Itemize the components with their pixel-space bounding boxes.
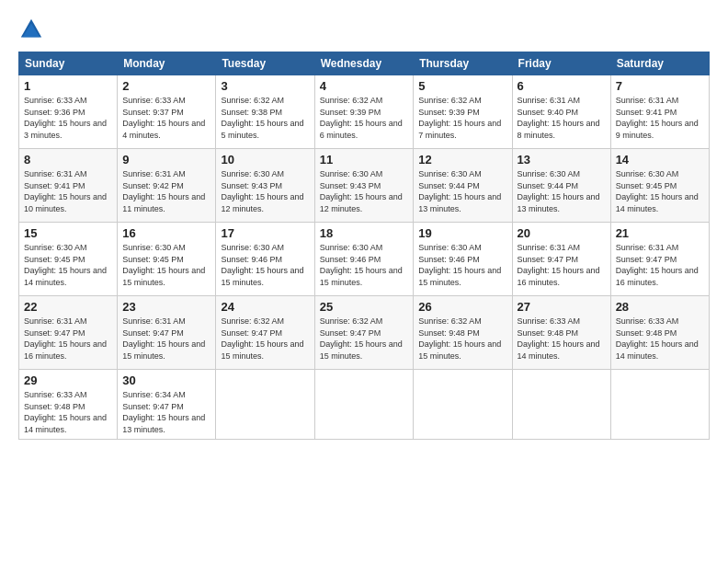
cell-info: Sunrise: 6:31 AM Sunset: 9:47 PM Dayligh… — [518, 242, 606, 288]
day-number: 17 — [221, 226, 309, 240]
calendar-cell: 25 Sunrise: 6:32 AM Sunset: 9:47 PM Dayl… — [314, 296, 414, 370]
day-number: 8 — [24, 153, 112, 167]
calendar-cell: 11 Sunrise: 6:30 AM Sunset: 9:43 PM Dayl… — [314, 149, 414, 223]
page-header — [18, 17, 710, 42]
cell-info: Sunrise: 6:32 AM Sunset: 9:47 PM Dayligh… — [221, 316, 309, 362]
calendar-cell: 8 Sunrise: 6:31 AM Sunset: 9:41 PM Dayli… — [19, 149, 118, 223]
cell-info: Sunrise: 6:32 AM Sunset: 9:39 PM Dayligh… — [320, 95, 409, 141]
day-number: 7 — [616, 79, 704, 93]
calendar-cell: 2 Sunrise: 6:33 AM Sunset: 9:37 PM Dayli… — [118, 75, 216, 149]
cell-info: Sunrise: 6:34 AM Sunset: 9:47 PM Dayligh… — [122, 389, 210, 435]
weekday-header-row: SundayMondayTuesdayWednesdayThursdayFrid… — [19, 52, 710, 75]
day-number: 22 — [24, 300, 112, 314]
weekday-header-saturday: Saturday — [610, 52, 709, 75]
cell-info: Sunrise: 6:31 AM Sunset: 9:42 PM Dayligh… — [122, 168, 210, 214]
calendar-cell: 29 Sunrise: 6:33 AM Sunset: 9:48 PM Dayl… — [19, 370, 118, 440]
logo — [18, 17, 50, 42]
calendar-cell: 10 Sunrise: 6:30 AM Sunset: 9:43 PM Dayl… — [216, 149, 314, 223]
day-number: 12 — [418, 153, 506, 167]
cell-info: Sunrise: 6:30 AM Sunset: 9:46 PM Dayligh… — [221, 242, 309, 288]
calendar-cell: 5 Sunrise: 6:32 AM Sunset: 9:39 PM Dayli… — [414, 75, 512, 149]
cell-info: Sunrise: 6:32 AM Sunset: 9:48 PM Dayligh… — [418, 316, 506, 362]
cell-info: Sunrise: 6:31 AM Sunset: 9:41 PM Dayligh… — [616, 95, 704, 141]
calendar-cell: 1 Sunrise: 6:33 AM Sunset: 9:36 PM Dayli… — [19, 75, 118, 149]
calendar-cell: 17 Sunrise: 6:30 AM Sunset: 9:46 PM Dayl… — [216, 223, 314, 296]
calendar-week-row: 22 Sunrise: 6:31 AM Sunset: 9:47 PM Dayl… — [19, 296, 710, 370]
calendar-cell: 22 Sunrise: 6:31 AM Sunset: 9:47 PM Dayl… — [19, 296, 118, 370]
cell-info: Sunrise: 6:30 AM Sunset: 9:43 PM Dayligh… — [221, 168, 309, 214]
day-number: 5 — [418, 79, 506, 93]
day-number: 24 — [221, 300, 309, 314]
day-number: 14 — [616, 153, 704, 167]
calendar-cell — [512, 370, 610, 440]
calendar-cell: 12 Sunrise: 6:30 AM Sunset: 9:44 PM Dayl… — [414, 149, 512, 223]
cell-info: Sunrise: 6:33 AM Sunset: 9:48 PM Dayligh… — [616, 316, 704, 362]
day-number: 2 — [122, 79, 210, 93]
calendar-cell: 28 Sunrise: 6:33 AM Sunset: 9:48 PM Dayl… — [610, 296, 709, 370]
day-number: 6 — [518, 79, 606, 93]
weekday-header-friday: Friday — [512, 52, 610, 75]
day-number: 21 — [616, 226, 704, 240]
cell-info: Sunrise: 6:31 AM Sunset: 9:47 PM Dayligh… — [616, 242, 704, 288]
cell-info: Sunrise: 6:30 AM Sunset: 9:44 PM Dayligh… — [518, 168, 606, 214]
day-number: 29 — [24, 373, 112, 387]
calendar-week-row: 29 Sunrise: 6:33 AM Sunset: 9:48 PM Dayl… — [19, 370, 710, 440]
day-number: 1 — [24, 79, 112, 93]
cell-info: Sunrise: 6:31 AM Sunset: 9:41 PM Dayligh… — [24, 168, 112, 214]
weekday-header-monday: Monday — [118, 52, 216, 75]
calendar-cell: 3 Sunrise: 6:32 AM Sunset: 9:38 PM Dayli… — [216, 75, 314, 149]
day-number: 27 — [518, 300, 606, 314]
day-number: 16 — [122, 226, 210, 240]
calendar-week-row: 15 Sunrise: 6:30 AM Sunset: 9:45 PM Dayl… — [19, 223, 710, 296]
calendar-cell: 20 Sunrise: 6:31 AM Sunset: 9:47 PM Dayl… — [512, 223, 610, 296]
cell-info: Sunrise: 6:33 AM Sunset: 9:48 PM Dayligh… — [518, 316, 606, 362]
calendar-cell: 24 Sunrise: 6:32 AM Sunset: 9:47 PM Dayl… — [216, 296, 314, 370]
cell-info: Sunrise: 6:31 AM Sunset: 9:40 PM Dayligh… — [518, 95, 606, 141]
calendar-cell — [314, 370, 414, 440]
calendar-cell — [216, 370, 314, 440]
cell-info: Sunrise: 6:32 AM Sunset: 9:39 PM Dayligh… — [418, 95, 506, 141]
day-number: 18 — [320, 226, 409, 240]
cell-info: Sunrise: 6:33 AM Sunset: 9:36 PM Dayligh… — [24, 95, 112, 141]
cell-info: Sunrise: 6:32 AM Sunset: 9:38 PM Dayligh… — [221, 95, 309, 141]
calendar-cell: 4 Sunrise: 6:32 AM Sunset: 9:39 PM Dayli… — [314, 75, 414, 149]
calendar-cell: 15 Sunrise: 6:30 AM Sunset: 9:45 PM Dayl… — [19, 223, 118, 296]
calendar-cell: 21 Sunrise: 6:31 AM Sunset: 9:47 PM Dayl… — [610, 223, 709, 296]
day-number: 10 — [221, 153, 309, 167]
calendar-page: SundayMondayTuesdayWednesdayThursdayFrid… — [0, 0, 728, 563]
day-number: 9 — [122, 153, 210, 167]
cell-info: Sunrise: 6:31 AM Sunset: 9:47 PM Dayligh… — [122, 316, 210, 362]
calendar-cell: 7 Sunrise: 6:31 AM Sunset: 9:41 PM Dayli… — [610, 75, 709, 149]
weekday-header-tuesday: Tuesday — [216, 52, 314, 75]
calendar-cell: 18 Sunrise: 6:30 AM Sunset: 9:46 PM Dayl… — [314, 223, 414, 296]
calendar-cell: 19 Sunrise: 6:30 AM Sunset: 9:46 PM Dayl… — [414, 223, 512, 296]
calendar-cell: 14 Sunrise: 6:30 AM Sunset: 9:45 PM Dayl… — [610, 149, 709, 223]
cell-info: Sunrise: 6:30 AM Sunset: 9:46 PM Dayligh… — [320, 242, 409, 288]
cell-info: Sunrise: 6:30 AM Sunset: 9:43 PM Dayligh… — [320, 168, 409, 214]
day-number: 30 — [122, 373, 210, 387]
calendar-cell: 23 Sunrise: 6:31 AM Sunset: 9:47 PM Dayl… — [118, 296, 216, 370]
calendar-table: SundayMondayTuesdayWednesdayThursdayFrid… — [18, 52, 710, 440]
day-number: 13 — [518, 153, 606, 167]
cell-info: Sunrise: 6:30 AM Sunset: 9:45 PM Dayligh… — [122, 242, 210, 288]
day-number: 28 — [616, 300, 704, 314]
calendar-cell: 13 Sunrise: 6:30 AM Sunset: 9:44 PM Dayl… — [512, 149, 610, 223]
day-number: 15 — [24, 226, 112, 240]
day-number: 26 — [418, 300, 506, 314]
day-number: 19 — [418, 226, 506, 240]
calendar-week-row: 8 Sunrise: 6:31 AM Sunset: 9:41 PM Dayli… — [19, 149, 710, 223]
day-number: 25 — [320, 300, 409, 314]
calendar-cell: 16 Sunrise: 6:30 AM Sunset: 9:45 PM Dayl… — [118, 223, 216, 296]
calendar-cell: 27 Sunrise: 6:33 AM Sunset: 9:48 PM Dayl… — [512, 296, 610, 370]
weekday-header-thursday: Thursday — [414, 52, 512, 75]
weekday-header-wednesday: Wednesday — [314, 52, 414, 75]
day-number: 11 — [320, 153, 409, 167]
calendar-cell — [610, 370, 709, 440]
day-number: 23 — [122, 300, 210, 314]
cell-info: Sunrise: 6:30 AM Sunset: 9:45 PM Dayligh… — [616, 168, 704, 214]
day-number: 4 — [320, 79, 409, 93]
calendar-cell — [414, 370, 512, 440]
cell-info: Sunrise: 6:31 AM Sunset: 9:47 PM Dayligh… — [24, 316, 112, 362]
cell-info: Sunrise: 6:33 AM Sunset: 9:37 PM Dayligh… — [122, 95, 210, 141]
cell-info: Sunrise: 6:30 AM Sunset: 9:46 PM Dayligh… — [418, 242, 506, 288]
